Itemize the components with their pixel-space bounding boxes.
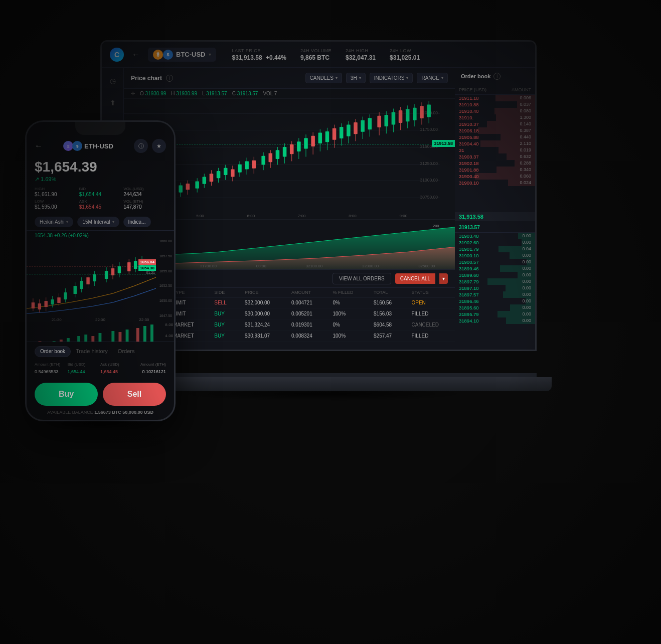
svg-text:4.00: 4.00 (165, 334, 173, 338)
mobile-balance: AVAILABLE BALANCE 1.56673 BTC 50,000.00 … (27, 410, 174, 420)
svg-rect-17 (195, 181, 199, 188)
svg-rect-106 (111, 268, 114, 275)
ob-sell-row: 31900.40 0.060 (455, 173, 535, 180)
mobile-volume-chart: 8.00 4.00 0.00 (27, 322, 174, 342)
svg-rect-116 (39, 341, 42, 342)
ob-sell-row: 31903.37 0.632 (455, 153, 535, 160)
svg-rect-39 (276, 150, 280, 159)
trading-pair: BTC-USD (176, 51, 206, 58)
phone-screen: ← Ξ $ ETH-USD ⓘ ★ $1,654.39 1.69% H (27, 122, 174, 420)
last-price-stat: LAST PRICE $31,913.58 +0.44% (232, 48, 286, 61)
svg-rect-75 (406, 109, 410, 121)
cancel-all-caret-button[interactable]: ▾ (439, 273, 448, 284)
svg-rect-121 (77, 336, 80, 342)
ob-info-icon[interactable]: i (493, 73, 501, 80)
ob-buy-row: 31902.60 0.00 (455, 239, 535, 246)
svg-rect-86 (38, 303, 41, 309)
chart-toolbar: Price chart i CANDLES ▾ 3H ▾ (124, 68, 455, 89)
candles-button[interactable]: CANDLES ▾ (305, 73, 342, 83)
svg-rect-112 (134, 261, 137, 269)
mobile-buy-button[interactable]: Buy (35, 383, 98, 406)
high-stat: 24H HIGH $32,047.31 (346, 48, 376, 61)
chart-info-icon[interactable]: i (166, 75, 173, 82)
mobile-controls: Heikin Ashi ▾ 15M Interval ▾ Indica... (27, 214, 174, 231)
mobile-usd-icon: $ (72, 141, 82, 151)
svg-rect-59 (347, 125, 351, 136)
ob-buy-row: 31900.57 0.00 (455, 259, 535, 265)
svg-text:200: 200 (433, 224, 439, 228)
ob-sell-row: 31 0.019 (455, 147, 535, 153)
tab-orders[interactable]: Orders (113, 346, 140, 357)
pair-selector[interactable]: ₿ $ BTC-USD ▾ (148, 48, 216, 62)
interval-button[interactable]: 3H ▾ (346, 73, 366, 83)
svg-rect-102 (93, 274, 96, 281)
indicators-button[interactable]: INDICATORS ▾ (370, 73, 413, 83)
svg-rect-33 (252, 160, 256, 169)
svg-rect-29 (238, 165, 242, 173)
mobile-info-button[interactable]: ⓘ (134, 139, 148, 153)
mobile-stats: HIGH $1,661.90 BID $1,654.44 VOL (USD) 2… (27, 187, 174, 214)
svg-rect-122 (84, 335, 87, 342)
sidebar-bars-icon[interactable]: ⬆ (106, 96, 120, 110)
ob-buy-row: 31903.48 0.00 (455, 233, 535, 239)
cancel-all-button[interactable]: CANCEL ALL (395, 273, 435, 284)
svg-rect-31 (245, 161, 249, 169)
svg-rect-65 (368, 118, 372, 129)
ob-sell-row: 31910.37 0.140 (455, 121, 535, 127)
mobile-interval-chevron-icon: ▾ (112, 220, 114, 224)
col-filled: % FILLED (326, 288, 368, 297)
svg-rect-94 (64, 292, 67, 299)
svg-rect-45 (297, 141, 301, 151)
svg-text:8.00: 8.00 (165, 323, 173, 327)
svg-rect-25 (224, 168, 228, 175)
chart-type-chevron-icon: ▾ (66, 220, 68, 224)
ob-buy-row: 31894.10 0.00 (455, 317, 535, 324)
chart-type-button[interactable]: Heikin Ashi ▾ (35, 217, 73, 227)
back-button[interactable]: ← (130, 49, 142, 61)
mobile-low-stat: LOW $1,595.00 (35, 199, 77, 210)
view-all-orders-button[interactable]: VIEW ALL ORDERS (333, 273, 391, 284)
phone-shell: ← Ξ $ ETH-USD ⓘ ★ $1,654.39 1.69% H (25, 120, 176, 421)
svg-rect-51 (318, 133, 322, 143)
ob-sell-row: 31910.88 0.037 (455, 101, 535, 108)
svg-rect-125 (111, 331, 114, 342)
mobile-interval-button[interactable]: 15M Interval ▾ (77, 217, 119, 227)
svg-rect-37 (269, 153, 273, 162)
svg-rect-23 (217, 171, 221, 178)
mobile-back-button[interactable]: ← (35, 141, 43, 150)
mobile-price: $1,654.39 (35, 159, 166, 175)
ob-buy-row: 31897.79 0.00 (455, 278, 535, 285)
ob-sell-row: 31904.40 2.110 (455, 140, 535, 147)
svg-rect-92 (57, 297, 60, 303)
btc-icon: ₿ (153, 50, 163, 60)
mobile-star-button[interactable]: ★ (152, 139, 166, 153)
svg-rect-13 (179, 185, 183, 192)
svg-rect-123 (91, 336, 94, 342)
col-status: STATUS (405, 288, 455, 297)
svg-rect-73 (399, 110, 403, 123)
ob-spread: 31,913.58 (455, 212, 535, 221)
col-side: SIDE (208, 288, 239, 297)
svg-rect-79 (420, 106, 424, 118)
candles-chevron-icon: ▾ (336, 76, 338, 80)
mobile-indicator-button[interactable]: Indica... (123, 217, 151, 227)
svg-rect-41 (283, 147, 287, 157)
svg-rect-130 (150, 325, 153, 342)
svg-rect-27 (231, 169, 235, 177)
svg-rect-110 (127, 262, 130, 271)
svg-rect-129 (143, 326, 146, 342)
svg-rect-104 (105, 271, 108, 279)
tab-order-book[interactable]: Order book (35, 346, 71, 357)
col-amount: AMOUNT (285, 288, 326, 297)
ob-sell-row: 31902.18 0.288 (455, 160, 535, 167)
svg-rect-81 (427, 105, 431, 117)
mobile-sell-button[interactable]: Sell (103, 383, 166, 406)
tab-trade-history[interactable]: Trade history (71, 346, 113, 357)
ob-buy-row: 31895.79 0.00 (455, 311, 535, 317)
svg-rect-126 (118, 332, 121, 342)
range-button[interactable]: RANGE ▾ (417, 73, 448, 83)
ob-buy-rows: 31903.48 0.00 31902.60 0.00 31901.79 0.0… (455, 233, 535, 350)
mobile-change: 1.69% (35, 176, 166, 183)
svg-rect-120 (67, 338, 70, 342)
sidebar-chart-icon[interactable]: ◷ (106, 74, 120, 88)
